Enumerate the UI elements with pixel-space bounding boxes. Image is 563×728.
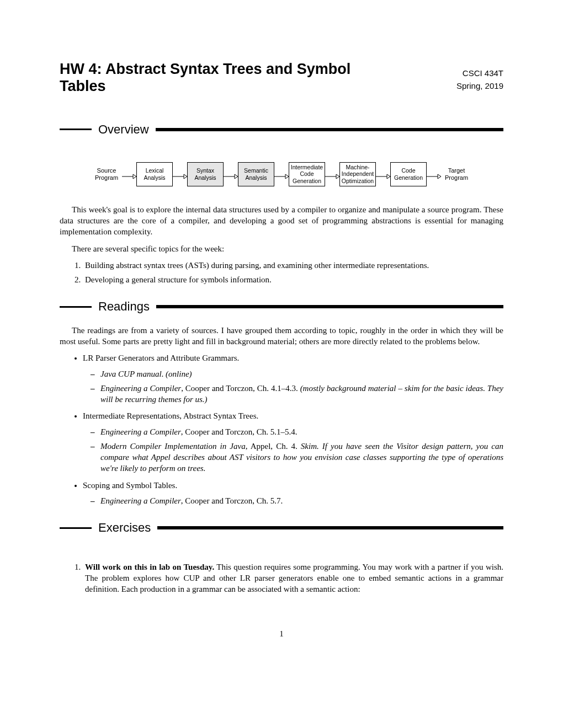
list-item: Building abstract syntax trees (ASTs) du… xyxy=(83,260,503,271)
svg-marker-5 xyxy=(235,174,238,179)
group-title: Scoping and Symbol Tables. xyxy=(83,481,177,490)
arrow-icon xyxy=(325,174,339,174)
reading-item: Engineering a Compiler, Cooper and Torcz… xyxy=(100,495,503,506)
diagram-label: TargetProgram xyxy=(441,167,472,181)
exercise-item: Will work on this in lab on Tuesday. Thi… xyxy=(83,561,503,595)
body-paragraph: There are several specific topics for th… xyxy=(60,243,503,254)
arrow-icon xyxy=(427,174,441,174)
svg-marker-11 xyxy=(387,174,390,179)
readings-intro: The readings are from a variety of sourc… xyxy=(60,325,503,347)
course-term: Spring, 2019 xyxy=(456,80,503,93)
arrow-icon xyxy=(274,174,289,174)
rule-right xyxy=(157,527,503,529)
svg-marker-1 xyxy=(133,174,136,179)
readings-groups: LR Parser Generators and Attribute Gramm… xyxy=(60,352,503,506)
body-paragraph: This week's goal is to explore the inter… xyxy=(60,204,503,238)
reading-item: Engineering a Compiler, Cooper and Torcz… xyxy=(100,383,503,405)
diagram-box: Machine-IndependentOptimization xyxy=(339,162,376,186)
section-head-exercises: Exercises xyxy=(60,520,503,536)
rule-right xyxy=(156,129,503,131)
arrow-icon xyxy=(173,174,187,174)
rule-left xyxy=(60,129,92,130)
svg-marker-13 xyxy=(438,174,441,179)
page-number: 1 xyxy=(60,628,503,639)
reading-items: Engineering a Compiler, Cooper and Torcz… xyxy=(83,426,503,474)
readings-group: Scoping and Symbol Tables.Engineering a … xyxy=(83,480,503,507)
reading-items: Engineering a Compiler, Cooper and Torcz… xyxy=(83,495,503,506)
svg-marker-9 xyxy=(336,174,339,179)
course-meta: CSCI 434T Spring, 2019 xyxy=(456,61,503,92)
group-title: LR Parser Generators and Attribute Gramm… xyxy=(83,354,239,362)
reading-item: Modern Compiler Implementation in Java, … xyxy=(100,441,503,474)
readings-group: Intermediate Representations, Abstract S… xyxy=(83,410,503,474)
section-head-overview: Overview xyxy=(60,121,503,138)
diagram-box: SyntaxAnalysis xyxy=(187,162,224,186)
svg-marker-3 xyxy=(184,174,187,179)
list-item: Developing a general structure for symbo… xyxy=(83,274,503,285)
section-head-readings: Readings xyxy=(60,298,503,315)
arrow-icon xyxy=(122,174,136,174)
diagram-box: CodeGeneration xyxy=(390,162,427,186)
course-code: CSCI 434T xyxy=(456,67,503,80)
diagram-box: LexicalAnalysis xyxy=(136,162,173,186)
arrow-icon xyxy=(224,174,238,174)
assignment-title: HW 4: Abstract Syntax Trees and Symbol T… xyxy=(60,61,396,95)
section-title: Exercises xyxy=(96,520,153,536)
reading-item: Java CUP manual. (online) xyxy=(100,368,503,379)
reading-items: Java CUP manual. (online)Engineering a C… xyxy=(83,368,503,405)
compiler-pipeline-diagram: SourceProgramLexicalAnalysisSyntaxAnalys… xyxy=(60,162,503,186)
overview-list: Building abstract syntax trees (ASTs) du… xyxy=(60,260,503,286)
diagram-box: IntermediateCodeGeneration xyxy=(289,162,325,186)
arrow-icon xyxy=(376,174,390,174)
svg-marker-7 xyxy=(285,174,289,179)
section-title: Overview xyxy=(96,121,151,138)
readings-group: LR Parser Generators and Attribute Gramm… xyxy=(83,352,503,405)
rule-left xyxy=(60,306,92,308)
rule-left xyxy=(60,527,92,529)
page: HW 4: Abstract Syntax Trees and Symbol T… xyxy=(0,0,563,672)
section-title: Readings xyxy=(96,298,152,315)
exercises-list: Will work on this in lab on Tuesday. Thi… xyxy=(60,561,503,595)
diagram-box: SemanticAnalysis xyxy=(238,162,274,186)
rule-right xyxy=(156,306,503,308)
header: HW 4: Abstract Syntax Trees and Symbol T… xyxy=(60,61,503,95)
group-title: Intermediate Representations, Abstract S… xyxy=(83,411,258,420)
diagram-label: SourceProgram xyxy=(91,167,122,181)
reading-item: Engineering a Compiler, Cooper and Torcz… xyxy=(100,426,503,437)
